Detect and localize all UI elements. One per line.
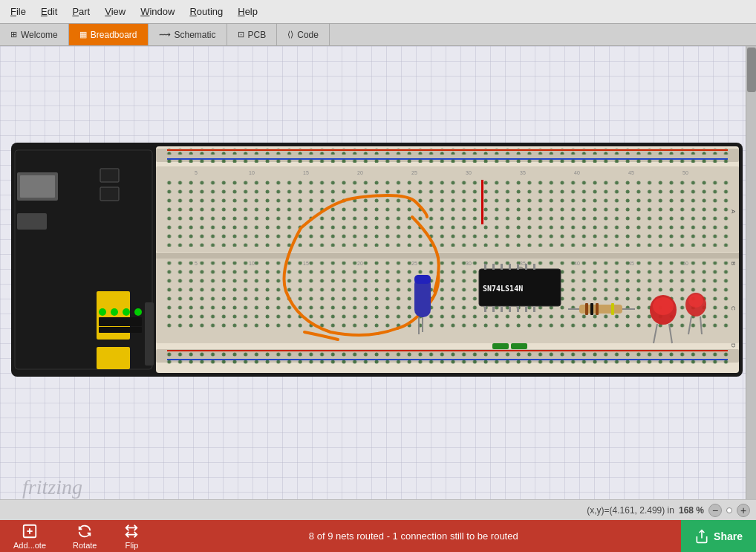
svg-text:35: 35 — [520, 170, 526, 175]
svg-text:25: 25 — [411, 170, 417, 175]
tab-schematic-label: Schematic — [175, 30, 216, 40]
svg-rect-67 — [481, 180, 483, 224]
svg-rect-10 — [97, 347, 130, 369]
svg-rect-91 — [596, 303, 599, 315]
svg-rect-37 — [156, 253, 739, 259]
code-icon: ⟨⟩ — [287, 30, 293, 39]
svg-text:C: C — [730, 306, 737, 311]
menu-view[interactable]: View — [97, 3, 133, 20]
flip-label: Flip — [126, 541, 139, 550]
zoom-indicator — [726, 507, 732, 513]
fritzing-logo: fritzing — [22, 475, 82, 499]
zoombar: (x,y)=(4.161, 2.499) in 168 % − + — [0, 499, 756, 520]
svg-rect-66 — [166, 359, 730, 366]
svg-point-19 — [123, 308, 130, 316]
svg-text:50: 50 — [682, 170, 688, 175]
toolbar: Add...ote Rotate Flip — [0, 523, 146, 550]
tab-code-label: Code — [297, 30, 319, 40]
share-label: Share — [714, 530, 743, 542]
tabbar: ⊞ Welcome ▦ Breadboard ⟿ Schematic ⊡ PCB… — [0, 24, 756, 46]
tab-pcb-label: PCB — [248, 30, 267, 40]
svg-rect-76 — [533, 264, 535, 270]
tab-breadboard[interactable]: ▦ Breadboard — [69, 24, 149, 45]
menu-file[interactable]: File — [3, 3, 33, 20]
svg-text:30: 30 — [466, 170, 472, 175]
menu-routing[interactable]: Routing — [182, 3, 230, 20]
svg-rect-78 — [492, 306, 495, 312]
svg-rect-77 — [484, 306, 486, 312]
right-scrollbar[interactable] — [746, 46, 756, 522]
svg-rect-21 — [99, 317, 142, 326]
coordinates: (x,y)=(4.161, 2.499) in — [587, 505, 674, 516]
zoom-in-button[interactable]: + — [737, 504, 750, 517]
svg-rect-83 — [533, 306, 535, 312]
svg-text:A: A — [730, 210, 737, 214]
svg-rect-74 — [517, 264, 519, 270]
tab-welcome-label: Welcome — [21, 30, 58, 40]
flip-button[interactable]: Flip — [117, 523, 146, 550]
menu-part[interactable]: Part — [65, 3, 97, 20]
breadboard-container: 5 10 15 20 25 30 35 40 45 50 5 10 15 20 … — [11, 143, 743, 377]
svg-text:40: 40 — [574, 170, 580, 175]
tab-pcb[interactable]: ⊡ PCB — [227, 24, 278, 45]
svg-point-100 — [688, 294, 703, 308]
svg-rect-90 — [590, 303, 593, 315]
zoom-out-button[interactable]: − — [708, 504, 722, 517]
tab-welcome[interactable]: ⊞ Welcome — [0, 24, 69, 45]
svg-text:SN74LS14N: SN74LS14N — [483, 285, 523, 293]
canvas-area[interactable]: fritzing — [0, 46, 756, 522]
tab-code[interactable]: ⟨⟩ Code — [277, 24, 330, 45]
svg-rect-71 — [492, 264, 495, 270]
svg-rect-61 — [166, 262, 730, 328]
svg-text:15: 15 — [303, 170, 309, 175]
svg-rect-7 — [100, 169, 119, 182]
svg-rect-64 — [166, 156, 730, 163]
pcb-icon: ⊡ — [238, 30, 244, 39]
svg-rect-65 — [166, 351, 730, 357]
svg-rect-103 — [492, 343, 509, 349]
svg-text:D: D — [730, 343, 737, 348]
status-message: 8 of 9 nets routed - 1 connection still … — [146, 530, 681, 542]
svg-point-17 — [99, 308, 106, 316]
svg-rect-72 — [501, 264, 503, 270]
svg-rect-81 — [517, 306, 519, 312]
svg-rect-70 — [484, 264, 486, 270]
svg-text:5: 5 — [195, 170, 198, 175]
breadboard-icon: ▦ — [79, 30, 87, 39]
menu-window[interactable]: Window — [133, 3, 182, 20]
svg-point-96 — [653, 297, 674, 315]
scrollbar-thumb[interactable] — [747, 48, 756, 92]
svg-rect-104 — [511, 343, 527, 349]
menu-edit[interactable]: Edit — [33, 3, 65, 20]
svg-rect-82 — [525, 306, 527, 312]
svg-text:B: B — [730, 262, 737, 265]
tab-breadboard-label: Breadboard — [91, 30, 137, 40]
add-button[interactable]: Add...ote — [7, 523, 52, 550]
add-label: Add...ote — [13, 541, 46, 550]
svg-rect-75 — [525, 264, 527, 270]
zoom-level: 168 % — [679, 505, 704, 516]
svg-rect-92 — [611, 303, 614, 315]
svg-rect-8 — [100, 187, 119, 201]
menubar: File Edit Part View Window Routing Help — [0, 0, 756, 24]
svg-text:45: 45 — [628, 170, 634, 175]
svg-point-18 — [111, 308, 118, 316]
svg-rect-79 — [501, 306, 503, 312]
svg-rect-73 — [509, 264, 511, 270]
statusbar: Add...ote Rotate Flip 8 of 9 nets routed… — [0, 520, 756, 552]
svg-rect-89 — [585, 303, 588, 315]
tab-schematic[interactable]: ⟿ Schematic — [149, 24, 227, 45]
rotate-button[interactable]: Rotate — [67, 523, 102, 550]
svg-rect-4 — [17, 213, 47, 230]
svg-text:10: 10 — [249, 170, 255, 175]
svg-rect-80 — [509, 306, 511, 312]
share-button[interactable]: Share — [681, 520, 756, 552]
menu-help[interactable]: Help — [230, 3, 265, 20]
svg-rect-85 — [414, 275, 431, 284]
schematic-icon: ⟿ — [159, 30, 171, 39]
svg-rect-22 — [99, 327, 142, 333]
svg-rect-3 — [20, 175, 55, 198]
svg-rect-63 — [166, 148, 730, 155]
svg-text:20: 20 — [357, 170, 363, 175]
rotate-label: Rotate — [73, 541, 97, 550]
